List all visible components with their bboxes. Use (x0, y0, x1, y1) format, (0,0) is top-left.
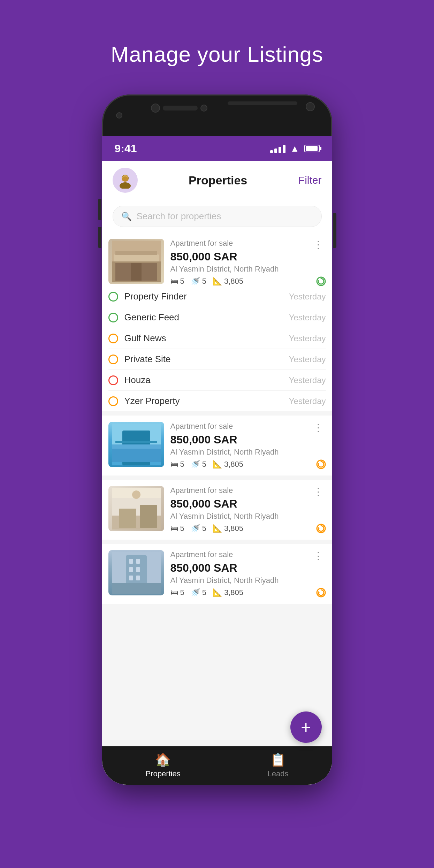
property-price-4: 850,000 SAR (170, 562, 326, 574)
sync-icon-4 (316, 588, 326, 597)
portal-row-houza[interactable]: Houza Yesterday (108, 370, 326, 391)
search-input[interactable]: 🔍 Search for properties (113, 206, 322, 227)
volume-down-button (98, 227, 101, 248)
area-detail: 📐3,805 (213, 277, 243, 286)
portal-row-private-site[interactable]: Private Site Yesterday (108, 349, 326, 370)
svg-marker-19 (318, 463, 320, 464)
svg-marker-40 (318, 591, 320, 593)
beds-detail-4: 🛏5 (170, 588, 184, 597)
sync-icon-1 (316, 276, 326, 286)
sync-icon-2 (316, 459, 326, 469)
property-type-4: Apartment for sale (170, 550, 233, 559)
svg-rect-35 (136, 576, 140, 580)
baths-detail-3: 🚿5 (191, 524, 206, 533)
property-details-3: 🛏5 🚿5 📐3,805 (170, 524, 326, 533)
portal-row-gulf-news[interactable]: Gulf News Yesterday (108, 328, 326, 349)
property-info-4: Apartment for sale ⋮ 850,000 SAR Al Yasm… (170, 550, 326, 597)
phone-top-bar (102, 94, 332, 136)
svg-rect-31 (136, 559, 140, 564)
svg-rect-34 (129, 576, 133, 580)
more-options-button-3[interactable]: ⋮ (311, 486, 326, 497)
more-options-button-4[interactable]: ⋮ (311, 550, 326, 562)
property-info-2: Apartment for sale ⋮ 850,000 SAR Al Yasm… (170, 422, 326, 469)
portal-name: Houza (124, 375, 151, 386)
sensor-dot (200, 105, 207, 112)
svg-marker-11 (318, 280, 320, 281)
property-card-2: Apartment for sale ⋮ 850,000 SAR Al Yasm… (102, 416, 332, 475)
scroll-content: Apartment for sale ⋮ 850,000 SAR Al Yasm… (102, 233, 332, 746)
property-details-2: 🛏5 🚿5 📐3,805 (170, 459, 326, 469)
property-main-row-3: Apartment for sale ⋮ 850,000 SAR Al Yasm… (102, 480, 332, 540)
svg-rect-33 (136, 567, 140, 572)
beds-detail-3: 🛏5 (170, 524, 184, 533)
baths-detail-4: 🚿5 (191, 588, 206, 597)
signal-icon (270, 144, 285, 153)
portal-row-yzer[interactable]: Yzer Property Yesterday (108, 391, 326, 411)
portal-time: Yesterday (289, 313, 326, 322)
portal-row-generic-feed[interactable]: Generic Feed Yesterday (108, 307, 326, 328)
speaker-grille (228, 101, 297, 105)
camera-dot-left (116, 112, 122, 119)
property-price-2: 850,000 SAR (170, 433, 326, 446)
phone-shell: 9:41 ▲ Pr (102, 94, 332, 785)
property-main-row-4: Apartment for sale ⋮ 850,000 SAR Al Yasm… (102, 544, 332, 604)
status-time: 9:41 (115, 142, 137, 155)
portal-time: Yesterday (289, 292, 326, 302)
more-options-button-1[interactable]: ⋮ (311, 239, 326, 250)
svg-point-1 (120, 182, 131, 189)
search-icon: 🔍 (121, 212, 132, 221)
right-camera (306, 102, 315, 111)
portal-time: Yesterday (289, 334, 326, 343)
property-location-4: Al Yasmin District, North Riyadh (170, 576, 326, 585)
portal-time: Yesterday (289, 396, 326, 406)
property-type-2: Apartment for sale (170, 422, 233, 431)
svg-rect-9 (131, 263, 142, 281)
baths-detail: 🚿5 (191, 277, 206, 286)
area-detail-4: 📐3,805 (213, 588, 243, 597)
property-image-1 (108, 239, 164, 284)
avatar (113, 168, 138, 193)
nav-item-properties[interactable]: 🏠 Properties (145, 753, 180, 778)
portals-list: Property Finder Yesterday Generic Feed Y… (102, 286, 332, 411)
svg-rect-16 (112, 448, 161, 462)
more-options-button-2[interactable]: ⋮ (311, 422, 326, 433)
portal-row-property-finder[interactable]: Property Finder Yesterday (108, 286, 326, 307)
battery-icon (304, 145, 320, 152)
app-title: Properties (189, 174, 247, 187)
svg-rect-8 (115, 251, 157, 255)
property-card-3: Apartment for sale ⋮ 850,000 SAR Al Yasm… (102, 480, 332, 540)
leads-icon: 📋 (270, 753, 286, 767)
property-location-2: Al Yasmin District, North Riyadh (170, 448, 326, 457)
portal-name: Yzer Property (124, 396, 180, 406)
property-price-3: 850,000 SAR (170, 497, 326, 510)
portal-name: Generic Feed (124, 312, 180, 323)
portal-status-dot (108, 313, 118, 322)
portal-status-dot (108, 375, 118, 385)
home-icon: 🏠 (155, 753, 171, 767)
nav-item-leads[interactable]: 📋 Leads (268, 753, 289, 778)
property-image-3 (108, 486, 164, 531)
portal-status-dot (108, 292, 118, 302)
property-details-4: 🛏5 🚿5 📐3,805 (170, 588, 326, 597)
property-type-1: Apartment for sale (170, 239, 233, 248)
portal-name: Property Finder (124, 291, 187, 302)
baths-detail-2: 🚿5 (191, 460, 206, 469)
portal-time: Yesterday (289, 355, 326, 364)
add-listing-button[interactable]: + (290, 711, 322, 743)
area-detail-3: 📐3,805 (213, 524, 243, 533)
search-bar: 🔍 Search for properties (102, 200, 332, 233)
app-header: Properties Filter (102, 161, 332, 200)
svg-rect-15 (115, 441, 157, 443)
svg-rect-30 (129, 559, 133, 564)
nav-label-properties: Properties (145, 769, 180, 778)
power-button (333, 213, 336, 248)
portal-status-dot (108, 334, 118, 343)
search-placeholder: Search for properties (137, 211, 221, 222)
property-card: Apartment for sale ⋮ 850,000 SAR Al Yasm… (102, 233, 332, 411)
svg-marker-27 (318, 527, 320, 528)
filter-button[interactable]: Filter (298, 174, 322, 186)
page-headline: Manage your Listings (111, 42, 323, 67)
status-bar: 9:41 ▲ (102, 136, 332, 161)
portal-name: Gulf News (124, 333, 166, 344)
property-info-3: Apartment for sale ⋮ 850,000 SAR Al Yasm… (170, 486, 326, 533)
